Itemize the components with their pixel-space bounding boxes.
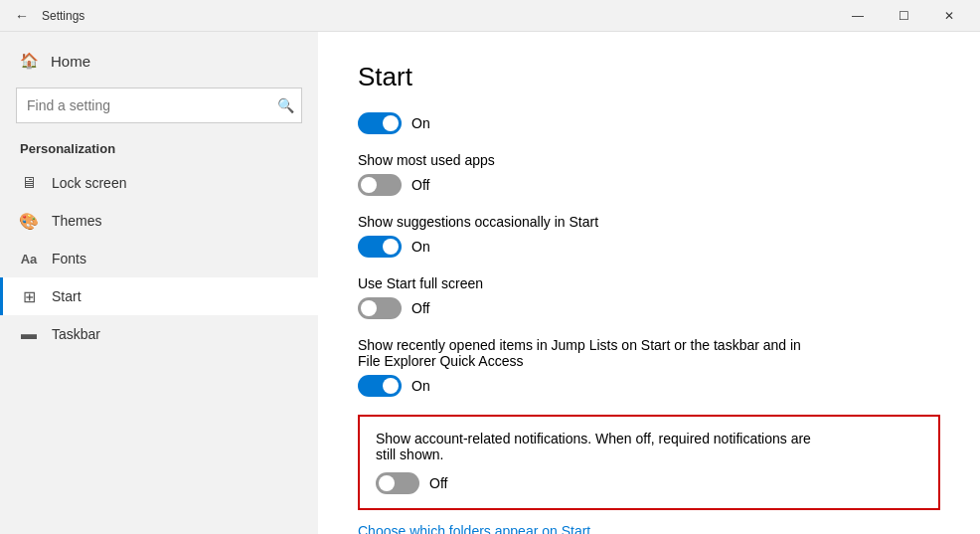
toggle-label: On xyxy=(411,115,430,131)
search-icon: 🔍 xyxy=(277,97,294,113)
setting-label: Use Start full screen xyxy=(358,275,940,291)
maximize-button[interactable]: ☐ xyxy=(881,0,926,32)
sidebar: 🏠 Home 🔍 Personalization 🖥 Lock screen 🎨… xyxy=(0,32,318,534)
sidebar-item-label: Fonts xyxy=(52,251,86,267)
lock-screen-icon: 🖥 xyxy=(20,174,38,192)
section-label: Personalization xyxy=(0,137,318,164)
toggle-label: Off xyxy=(411,177,429,193)
content-area: Start On Show most used apps Off Show su… xyxy=(318,32,980,534)
sidebar-item-fonts[interactable]: Aa Fonts xyxy=(0,240,318,277)
toggle-row: On xyxy=(358,112,940,134)
toggle-row: Off xyxy=(376,472,922,494)
setting-recently-opened: Show recently opened items in Jump Lists… xyxy=(358,337,940,397)
sidebar-item-label: Lock screen xyxy=(52,175,126,191)
sidebar-item-label: Start xyxy=(52,288,82,304)
back-button[interactable]: ← xyxy=(8,2,36,30)
sidebar-item-themes[interactable]: 🎨 Themes xyxy=(0,202,318,240)
sidebar-item-taskbar[interactable]: ▬ Taskbar xyxy=(0,315,318,353)
toggle-row: On xyxy=(358,375,940,397)
minimize-button[interactable]: — xyxy=(835,0,881,32)
themes-icon: 🎨 xyxy=(20,212,38,230)
toggle-knob xyxy=(383,239,399,255)
toggle-knob xyxy=(383,115,399,131)
fonts-icon: Aa xyxy=(20,250,38,267)
toggle-show-more-tiles[interactable] xyxy=(358,112,402,134)
setting-label: Show suggestions occasionally in Start xyxy=(358,214,940,230)
toggle-full-screen[interactable] xyxy=(358,297,402,319)
home-label: Home xyxy=(51,53,90,70)
main-layout: 🏠 Home 🔍 Personalization 🖥 Lock screen 🎨… xyxy=(0,32,980,534)
toggle-label: On xyxy=(411,378,430,394)
toggle-knob xyxy=(361,300,377,316)
setting-label: Show most used apps xyxy=(358,152,940,168)
setting-label: Show recently opened items in Jump Lists… xyxy=(358,337,940,369)
toggle-label: On xyxy=(411,239,430,255)
search-container: 🔍 xyxy=(16,88,302,123)
setting-label: Show account-related notifications. When… xyxy=(376,431,922,462)
search-input[interactable] xyxy=(16,88,302,123)
toggle-show-most-used[interactable] xyxy=(358,174,402,196)
toggle-row: Off xyxy=(358,297,940,319)
close-button[interactable]: ✕ xyxy=(926,0,972,32)
setting-show-suggestions: Show suggestions occasionally in Start O… xyxy=(358,214,940,258)
page-title: Start xyxy=(358,62,940,92)
toggle-label: Off xyxy=(411,300,429,316)
toggle-show-suggestions[interactable] xyxy=(358,236,402,258)
home-nav-item[interactable]: 🏠 Home xyxy=(0,44,318,78)
setting-show-more-tiles: On xyxy=(358,112,940,134)
home-icon: 🏠 xyxy=(20,52,39,70)
sidebar-item-label: Taskbar xyxy=(52,326,100,342)
toggle-knob xyxy=(379,475,395,491)
highlighted-setting-box: Show account-related notifications. When… xyxy=(358,415,940,510)
toggle-knob xyxy=(383,378,399,394)
sidebar-item-start[interactable]: ⊞ Start xyxy=(0,277,318,315)
start-icon: ⊞ xyxy=(20,287,38,305)
toggle-knob xyxy=(361,177,377,193)
toggle-account-notifications[interactable] xyxy=(376,472,419,494)
toggle-recently-opened[interactable] xyxy=(358,375,402,397)
sidebar-item-label: Themes xyxy=(52,213,102,229)
toggle-label: Off xyxy=(429,475,447,491)
app-title: Settings xyxy=(42,9,835,23)
setting-full-screen: Use Start full screen Off xyxy=(358,275,940,319)
choose-folders-link[interactable]: Choose which folders appear on Start xyxy=(358,523,590,534)
toggle-row: On xyxy=(358,236,940,258)
taskbar-icon: ▬ xyxy=(20,325,38,343)
sidebar-item-lock-screen[interactable]: 🖥 Lock screen xyxy=(0,164,318,202)
toggle-row: Off xyxy=(358,174,940,196)
title-bar: ← Settings — ☐ ✕ xyxy=(0,0,980,32)
setting-show-most-used: Show most used apps Off xyxy=(358,152,940,196)
window-controls: — ☐ ✕ xyxy=(835,0,972,32)
